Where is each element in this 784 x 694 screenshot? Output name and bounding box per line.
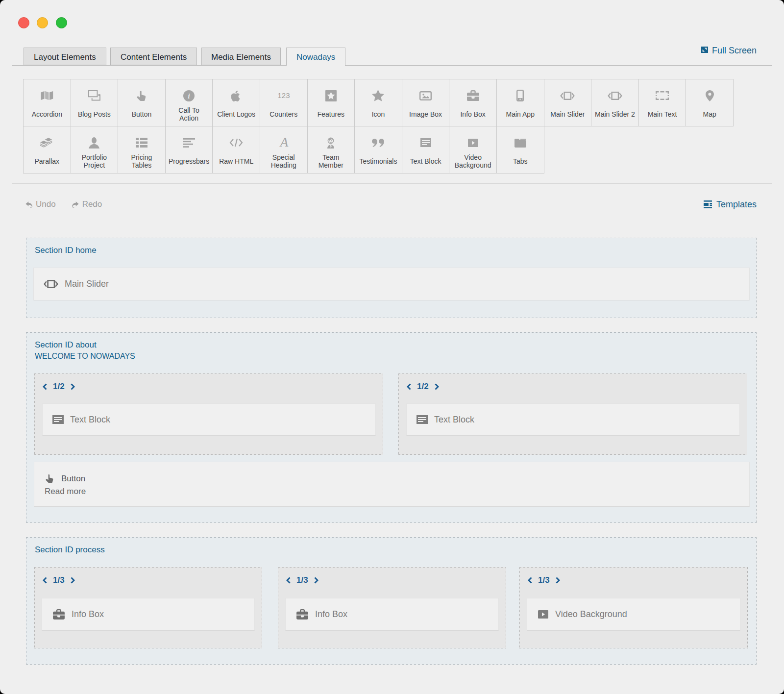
svg-text:A: A (279, 137, 289, 149)
svg-text:i: i (188, 92, 190, 99)
svg-text:123: 123 (277, 92, 290, 99)
